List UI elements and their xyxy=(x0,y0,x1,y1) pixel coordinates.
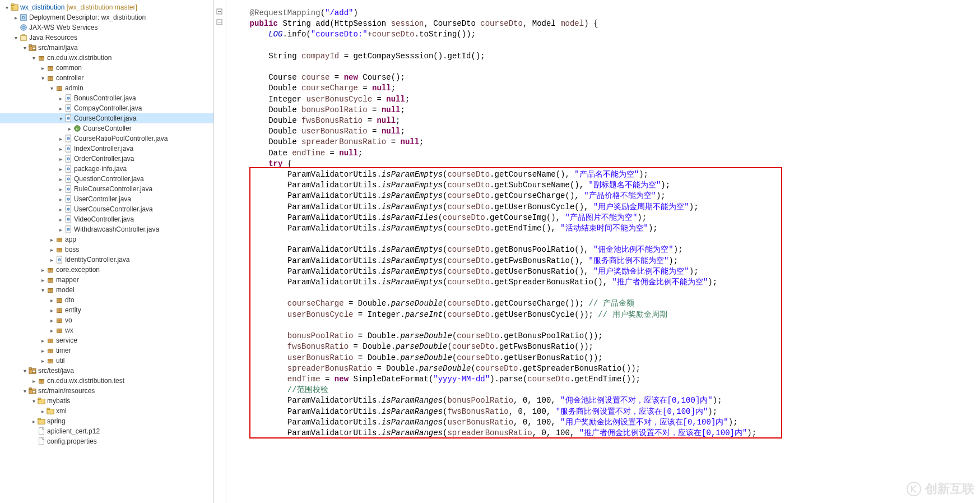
tree-item-identitycontroller-java[interactable]: ▸JIdentityController.java xyxy=(0,255,213,265)
tree-item-coursecontoller[interactable]: ▸CCourseContoller xyxy=(0,123,213,133)
tree-twisty-icon[interactable]: ▾ xyxy=(12,35,19,41)
tree-item-src-main-java[interactable]: ▾src/main/java xyxy=(0,43,213,53)
tree-twisty-icon[interactable]: ▸ xyxy=(57,206,64,213)
tree-twisty-icon[interactable]: ▾ xyxy=(30,55,37,61)
tree-item-usercontroller-java[interactable]: ▸JUserController.java xyxy=(0,194,213,204)
tree-item-mapper[interactable]: ▸mapper xyxy=(0,275,213,285)
tree-twisty-icon[interactable]: ▸ xyxy=(57,146,64,152)
tree-twisty-icon[interactable]: ▾ xyxy=(21,388,28,394)
tree-item-common[interactable]: ▸common xyxy=(0,63,213,73)
tree-item-boss[interactable]: ▸boss xyxy=(0,244,213,255)
collapse-marker-icon[interactable] xyxy=(216,19,223,26)
tree-twisty-icon[interactable]: ▸ xyxy=(57,176,64,182)
pkg-icon xyxy=(46,265,55,274)
tree-twisty-icon[interactable]: ▸ xyxy=(12,15,19,21)
tree-label: mapper xyxy=(56,276,79,284)
tree-item-wx[interactable]: ▸wx xyxy=(0,325,213,335)
tree-twisty-icon[interactable]: ▾ xyxy=(21,368,28,374)
tree-item-dto[interactable]: ▸dto xyxy=(0,295,213,305)
tree-item-cn-edu-wx-distribution-test[interactable]: ▸cn.edu.wx.distribution.test xyxy=(0,376,213,386)
tree-item-vo[interactable]: ▸vo xyxy=(0,315,213,325)
tree-item-controller[interactable]: ▾controller xyxy=(0,73,213,83)
tree-twisty-icon[interactable]: ▾ xyxy=(39,75,46,81)
tree-twisty-icon[interactable]: ▸ xyxy=(57,186,64,192)
tree-twisty-icon[interactable]: ▾ xyxy=(30,398,37,404)
tree-item-java-resources[interactable]: ▾Java Resources xyxy=(0,33,213,43)
tree-twisty-icon[interactable]: ▸ xyxy=(57,105,64,112)
tree-item-core-exception[interactable]: ▸core.exception xyxy=(0,265,213,275)
tree-label: xml xyxy=(56,407,67,415)
tree-item-entity[interactable]: ▸entity xyxy=(0,305,213,315)
tree-twisty-icon[interactable]: ▸ xyxy=(39,267,46,273)
tree-twisty-icon[interactable]: ▸ xyxy=(57,136,64,142)
tree-item-jax-ws-web-services[interactable]: JAX-WS Web Services xyxy=(0,22,213,33)
tree-item-rulecoursecontroller-java[interactable]: ▸JRuleCourseController.java xyxy=(0,184,213,194)
java-icon: J xyxy=(64,174,73,183)
tree-item-mybatis[interactable]: ▾mybatis xyxy=(0,396,213,406)
tree-item-config-properties[interactable]: config.properties xyxy=(0,436,213,446)
tree-item-cn-edu-wx-distribution[interactable]: ▾cn.edu.wx.distribution xyxy=(0,53,213,63)
tree-item-timer[interactable]: ▸timer xyxy=(0,345,213,356)
tree-twisty-icon[interactable]: ▸ xyxy=(57,166,64,172)
pkg-icon xyxy=(46,275,55,284)
tree-item-deployment-descriptor--wx_distribution[interactable]: ▸DDeployment Descriptor: wx_distribution xyxy=(0,12,213,22)
tree-twisty-icon[interactable]: ▸ xyxy=(48,297,55,303)
collapse-marker-icon[interactable] xyxy=(216,8,223,15)
tree-item-src-test-java[interactable]: ▾src/test/java xyxy=(0,366,213,376)
tree-twisty-icon[interactable]: ▸ xyxy=(39,277,46,283)
tree-item-util[interactable]: ▸util xyxy=(0,356,213,366)
tree-twisty-icon[interactable]: ▸ xyxy=(48,307,55,313)
tree-item-coursecontoller-java[interactable]: ▾JCourseContoller.java xyxy=(0,113,213,123)
tree-item-model[interactable]: ▾model xyxy=(0,285,213,295)
tree-twisty-icon[interactable]: ▸ xyxy=(39,358,46,364)
tree-item-service[interactable]: ▸service xyxy=(0,335,213,345)
tree-twisty-icon[interactable]: ▸ xyxy=(39,408,46,414)
tree-label: wx_distribution [wx_distribution master] xyxy=(20,3,137,11)
tree-item-src-main-resources[interactable]: ▾src/main/resources xyxy=(0,386,213,396)
tree-twisty-icon[interactable]: ▸ xyxy=(48,317,55,324)
code-editor[interactable]: @RequestMapping("/add") public String ad… xyxy=(214,0,980,503)
project-explorer[interactable]: ▾wx_distribution [wx_distribution master… xyxy=(0,0,214,503)
tree-twisty-icon[interactable]: ▸ xyxy=(48,247,55,253)
tree-twisty-icon[interactable]: ▸ xyxy=(57,227,64,233)
tree-twisty-icon[interactable]: ▾ xyxy=(3,4,10,11)
code-content[interactable]: @RequestMapping("/add") public String ad… xyxy=(214,0,980,446)
tree-twisty-icon[interactable]: ▸ xyxy=(48,327,55,334)
tree-twisty-icon[interactable]: ▸ xyxy=(30,418,37,424)
tree-item-admin[interactable]: ▾admin xyxy=(0,83,213,93)
tree-twisty-icon[interactable]: ▸ xyxy=(48,257,55,263)
tree-twisty-icon[interactable]: ▸ xyxy=(57,156,64,162)
tree-label: IdentityController.java xyxy=(65,256,129,264)
tree-twisty-icon[interactable]: ▸ xyxy=(39,348,46,354)
tree-twisty-icon[interactable]: ▾ xyxy=(39,287,46,293)
tree-twisty-icon[interactable]: ▸ xyxy=(57,196,64,202)
tree-twisty-icon[interactable]: ▸ xyxy=(39,65,46,71)
tree-twisty-icon[interactable]: ▸ xyxy=(48,237,55,243)
pkg-icon xyxy=(55,245,64,254)
tree-item-usercoursecontroller-java[interactable]: ▸JUserCourseController.java xyxy=(0,204,213,214)
tree-item-xml[interactable]: ▸xml xyxy=(0,406,213,416)
tree-item-wx_distribution[interactable]: ▾wx_distribution [wx_distribution master… xyxy=(0,2,213,12)
tree-twisty-icon[interactable]: ▸ xyxy=(66,126,73,132)
svg-point-2 xyxy=(12,7,14,10)
tree-twisty-icon[interactable]: ▸ xyxy=(57,216,64,223)
tree-twisty-icon[interactable]: ▸ xyxy=(39,338,46,344)
svg-text:J: J xyxy=(68,117,69,120)
tree-item-spring[interactable]: ▸spring xyxy=(0,416,213,426)
tree-twisty-icon[interactable]: ▾ xyxy=(48,85,55,91)
tree-item-courseratiopoolcontroller-java[interactable]: ▸JCourseRatioPoolController.java xyxy=(0,133,213,144)
tree-twisty-icon[interactable]: ▾ xyxy=(57,116,64,122)
tree-twisty-icon[interactable]: ▸ xyxy=(30,378,37,384)
tree-item-indexcontroller-java[interactable]: ▸JIndexController.java xyxy=(0,144,213,154)
tree-item-app[interactable]: ▸app xyxy=(0,234,213,244)
tree-twisty-icon[interactable]: ▸ xyxy=(57,95,64,101)
tree-item-apiclient_cert-p12[interactable]: apiclient_cert.p12 xyxy=(0,426,213,436)
tree-twisty-icon[interactable]: ▾ xyxy=(21,45,28,51)
tree-item-videocontroller-java[interactable]: ▸JVideoController.java xyxy=(0,214,213,224)
tree-item-withdrawcashcontroller-java[interactable]: ▸JWithdrawcashController.java xyxy=(0,224,213,234)
tree-item-package-info-java[interactable]: ▸Jpackage-info.java xyxy=(0,164,213,174)
tree-item-bonuscontroller-java[interactable]: ▸JBonusController.java xyxy=(0,93,213,103)
tree-item-questioncontroller-java[interactable]: ▸JQuestionController.java xyxy=(0,174,213,184)
tree-item-ordercontroller-java[interactable]: ▸JOrderController.java xyxy=(0,154,213,164)
tree-item-compaycontroller-java[interactable]: ▸JCompayController.java xyxy=(0,103,213,113)
